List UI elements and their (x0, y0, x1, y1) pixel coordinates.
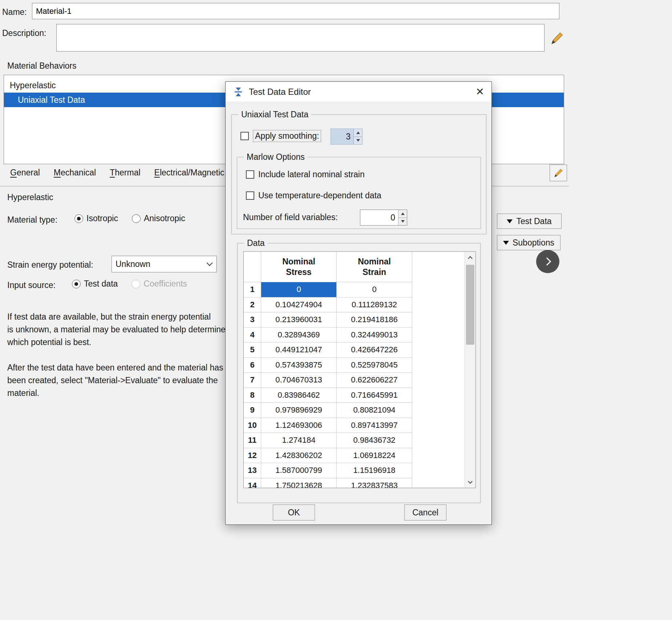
nominal-strain-cell[interactable]: 0.525978045 (337, 358, 412, 373)
spin-down-icon (401, 220, 405, 223)
row-number-cell[interactable]: 7 (244, 373, 261, 388)
row-number-cell[interactable]: 4 (244, 328, 261, 343)
nominal-strain-cell[interactable]: 0.219418186 (337, 312, 412, 328)
test-data-button[interactable]: Test Data (497, 214, 562, 229)
chevron-right-icon (543, 258, 551, 266)
nominal-strain-cell[interactable]: 0.897413997 (337, 418, 412, 433)
material-type-radio-anisotropic[interactable]: Anisotropic (132, 214, 185, 223)
menu-item-mechanical[interactable]: Mechanical (54, 168, 96, 178)
nominal-strain-cell[interactable]: 1.06918224 (337, 448, 412, 463)
apply-smoothing-checkbox[interactable] (240, 132, 249, 140)
description-input[interactable] (56, 24, 545, 52)
input-source-radio-test-data[interactable]: Test data (72, 279, 118, 289)
suboptions-button[interactable]: Suboptions (497, 235, 560, 250)
spinner-arrows[interactable] (353, 129, 362, 144)
nominal-strain-cell[interactable]: 0.80821094 (337, 403, 412, 418)
cancel-button-label: Cancel (412, 508, 438, 518)
nominal-strain-cell[interactable]: 0.716645991 (337, 388, 412, 403)
checkbox-icon[interactable] (246, 191, 254, 200)
ok-button[interactable]: OK (273, 504, 315, 520)
table-row: 111.2741840.98436732 (244, 433, 475, 448)
nominal-strain-cell[interactable]: 0.622606227 (337, 373, 412, 388)
row-number-cell[interactable]: 5 (244, 343, 261, 358)
scroll-down-icon[interactable] (465, 477, 475, 488)
field-variables-spinner[interactable]: 0 (360, 210, 407, 226)
menu-item-electrical-magnetic[interactable]: Electrical/Magnetic (154, 168, 224, 178)
info-paragraph-2: After the test data have been entered an… (7, 361, 223, 400)
row-number-cell[interactable]: 11 (244, 433, 261, 448)
nominal-strain-cell[interactable]: 0.426647226 (337, 343, 412, 358)
nominal-strain-cell[interactable]: 1.232837583 (337, 478, 412, 489)
marlow-option-include-lateral-nominal-strain[interactable]: Include lateral nominal strain (246, 170, 365, 179)
scroll-up-icon[interactable] (465, 252, 475, 263)
nominal-stress-cell[interactable]: 1.124693006 (261, 418, 337, 433)
nominal-stress-cell[interactable]: 1.428306202 (261, 448, 337, 463)
table-row: 60.5743938750.525978045 (244, 358, 475, 373)
nominal-strain-cell[interactable]: 0.111289132 (337, 297, 412, 313)
expand-panel-button[interactable] (536, 250, 559, 273)
corner-header-cell (244, 252, 261, 282)
nominal-stress-cell[interactable]: 0.213960031 (261, 312, 337, 328)
row-number-cell[interactable]: 13 (244, 463, 261, 478)
material-type-label: Material type: (7, 215, 57, 225)
row-number-cell[interactable]: 1 (244, 282, 261, 297)
ok-button-label: OK (288, 508, 300, 518)
input-source-radio-label: Test data (84, 279, 118, 289)
nominal-strain-cell[interactable]: 0.98436732 (337, 433, 412, 448)
nominal-stress-cell[interactable]: 0.83986462 (261, 388, 337, 403)
checkbox-label: Include lateral nominal strain (258, 170, 365, 179)
nominal-strain-cell[interactable]: 0 (337, 282, 412, 297)
nominal-stress-cell[interactable]: 0.979896929 (261, 403, 337, 418)
table-scrollbar[interactable] (465, 252, 475, 488)
checkbox-icon[interactable] (246, 170, 254, 179)
marlow-options-title: Marlow Options (244, 152, 308, 162)
nominal-strain-cell[interactable]: 1.15196918 (337, 463, 412, 478)
row-number-cell[interactable]: 6 (244, 358, 261, 373)
apply-smoothing-row: Apply smoothing: (240, 130, 321, 142)
strain-energy-select[interactable]: Unknown (112, 256, 217, 272)
smoothing-value-spinner[interactable]: 3 (331, 129, 363, 145)
radio-icon (131, 280, 140, 288)
nominal-stress-cell[interactable]: 1.274184 (261, 433, 337, 448)
close-icon[interactable]: ✕ (476, 87, 484, 97)
nominal-strain-cell[interactable]: 0.324499013 (337, 328, 412, 343)
dialog-title-bar[interactable]: Test Data Editor ✕ (226, 82, 491, 102)
row-number-cell[interactable]: 12 (244, 448, 261, 463)
edit-behavior-pencil-button[interactable] (550, 165, 567, 181)
nominal-stress-cell[interactable]: 0.574393875 (261, 358, 337, 373)
nominal-stress-cell[interactable]: 0.704670313 (261, 373, 337, 388)
smoothing-value: 3 (331, 129, 353, 144)
nominal-stress-cell[interactable]: 1.587000799 (261, 463, 337, 478)
row-number-cell[interactable]: 8 (244, 388, 261, 403)
marlow-option-use-temperature-dependent-data[interactable]: Use temperature-dependent data (246, 191, 381, 200)
input-source-radio-coefficients[interactable]: Coefficients (131, 279, 187, 289)
row-number-cell[interactable]: 10 (244, 418, 261, 433)
cancel-button[interactable]: Cancel (404, 504, 446, 520)
spin-down-icon (356, 139, 360, 142)
row-number-cell[interactable]: 2 (244, 297, 261, 313)
test-data-button-label: Test Data (516, 216, 551, 226)
row-number-cell[interactable]: 14 (244, 478, 261, 489)
material-name-input[interactable] (32, 3, 559, 19)
row-number-cell[interactable]: 3 (244, 312, 261, 328)
nominal-stress-cell[interactable]: 1.750213628 (261, 478, 337, 489)
material-behaviors-label: Material Behaviors (7, 61, 76, 71)
menu-item-general[interactable]: General (10, 168, 40, 178)
spinner-arrows[interactable] (398, 210, 407, 225)
info-text-line: After the test data have been entered an… (7, 361, 223, 374)
scrollbar-thumb[interactable] (466, 265, 474, 345)
nominal-stress-cell[interactable]: 0 (261, 282, 337, 297)
menu-item-thermal[interactable]: Thermal (110, 168, 140, 178)
row-number-cell[interactable]: 9 (244, 403, 261, 418)
material-type-radio-isotropic[interactable]: Isotropic (74, 214, 118, 223)
triangle-down-icon (503, 241, 509, 245)
table-row: 121.4283062021.06918224 (244, 448, 475, 463)
nominal-stress-cell[interactable]: 0.449121047 (261, 343, 337, 358)
table-body: 10020.1042749040.11128913230.2139600310.… (244, 282, 475, 488)
info-text-line: is unknown, a material may be evaluated … (7, 323, 226, 336)
edit-description-pencil-icon[interactable] (549, 31, 564, 48)
nominal-stress-cell[interactable]: 0.32894369 (261, 328, 337, 343)
chevron-down-icon[interactable] (203, 256, 216, 272)
test-data-table[interactable]: Nominal Stress Nominal Strain 10020.1042… (243, 251, 476, 488)
nominal-stress-cell[interactable]: 0.104274904 (261, 297, 337, 313)
